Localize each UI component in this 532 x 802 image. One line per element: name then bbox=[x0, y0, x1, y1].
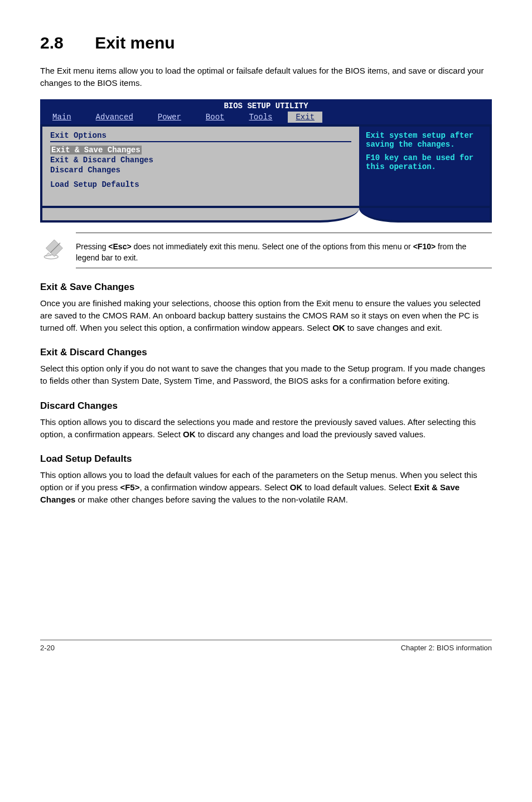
bios-help-line2: F10 key can be used for this operation. bbox=[366, 153, 484, 171]
page-number: 2-20 bbox=[40, 644, 55, 652]
note-part: does not immediately exit this menu. Sel… bbox=[132, 242, 413, 251]
sub-heading-exit-save: Exit & Save Changes bbox=[40, 282, 492, 293]
svg-marker-1 bbox=[46, 253, 51, 256]
bios-menubar: BIOS SETUP UTILITY Main Advanced Power B… bbox=[40, 99, 492, 124]
body-bold: OK bbox=[290, 482, 303, 492]
bios-tab-advanced[interactable]: Advanced bbox=[84, 112, 146, 123]
bios-curve-left bbox=[40, 208, 359, 223]
bios-tab-exit[interactable]: Exit bbox=[288, 112, 322, 123]
sub-heading-load-defaults: Load Setup Defaults bbox=[40, 453, 492, 465]
bios-tab-boot[interactable]: Boot bbox=[194, 112, 237, 123]
bios-left-pane: Exit Options Exit & Save Changes Exit & … bbox=[40, 124, 359, 208]
page-footer: 2-20 Chapter 2: BIOS information bbox=[40, 640, 492, 652]
bios-item-label: Exit & Save Changes bbox=[50, 146, 142, 154]
note-separator-bottom bbox=[76, 268, 492, 268]
bios-curve-right bbox=[359, 208, 492, 223]
note-block: Pressing <Esc> does not immediately exit… bbox=[43, 239, 492, 264]
body-part: to save changes and exit. bbox=[345, 323, 442, 332]
body-bold: <F5> bbox=[120, 482, 139, 492]
note-part: Pressing bbox=[76, 242, 108, 251]
section-heading: 2.8 Exit menu bbox=[40, 33, 492, 52]
sub-heading-discard: Discard Changes bbox=[40, 400, 492, 412]
section-title: Exit menu bbox=[95, 33, 175, 52]
section-number: 2.8 bbox=[40, 33, 64, 52]
bios-left-title: Exit Options bbox=[50, 131, 351, 142]
note-separator-top bbox=[76, 233, 492, 233]
sub-heading-exit-discard: Exit & Discard Changes bbox=[40, 347, 492, 358]
bios-item-discard[interactable]: Discard Changes bbox=[50, 166, 351, 175]
bios-tab-power[interactable]: Power bbox=[146, 112, 194, 123]
note-key: <Esc> bbox=[108, 242, 131, 251]
body-bold: OK bbox=[332, 323, 345, 332]
bios-help-pane: Exit system setup after saving the chang… bbox=[359, 124, 492, 208]
body-part: or make other changes before saving the … bbox=[75, 495, 348, 504]
bios-screenshot: BIOS SETUP UTILITY Main Advanced Power B… bbox=[40, 99, 492, 223]
bios-item-exit-discard[interactable]: Exit & Discard Changes bbox=[50, 156, 351, 165]
chapter-label: Chapter 2: BIOS information bbox=[401, 644, 492, 652]
note-key: <F10> bbox=[413, 242, 436, 251]
sub-body-exit-discard: Select this option only if you do not wa… bbox=[40, 363, 492, 387]
bios-banner: BIOS SETUP UTILITY bbox=[40, 100, 492, 112]
body-part: to discard any changes and load the prev… bbox=[195, 429, 425, 439]
body-part: , a confirmation window appears. Select bbox=[139, 482, 289, 492]
note-text: Pressing <Esc> does not immediately exit… bbox=[76, 239, 492, 264]
body-bold: OK bbox=[183, 429, 196, 439]
bios-item-exit-save[interactable]: Exit & Save Changes bbox=[50, 146, 351, 154]
intro-paragraph: The Exit menu items allow you to load th… bbox=[40, 65, 492, 89]
pencil-icon bbox=[43, 239, 66, 263]
bios-tab-tools[interactable]: Tools bbox=[236, 112, 284, 123]
sub-body-load-defaults: This option allows you to load the defau… bbox=[40, 469, 492, 505]
bios-tabs: Main Advanced Power Boot Tools Exit bbox=[40, 112, 492, 124]
body-part: to load default values. Select bbox=[302, 482, 414, 492]
bios-tab-main[interactable]: Main bbox=[40, 112, 84, 123]
bios-help-line1: Exit system setup after saving the chang… bbox=[366, 131, 484, 149]
bios-item-load-defaults[interactable]: Load Setup Defaults bbox=[50, 180, 351, 189]
sub-body-exit-save: Once you are finished making your select… bbox=[40, 297, 492, 334]
sub-body-discard: This option allows you to discard the se… bbox=[40, 416, 492, 441]
